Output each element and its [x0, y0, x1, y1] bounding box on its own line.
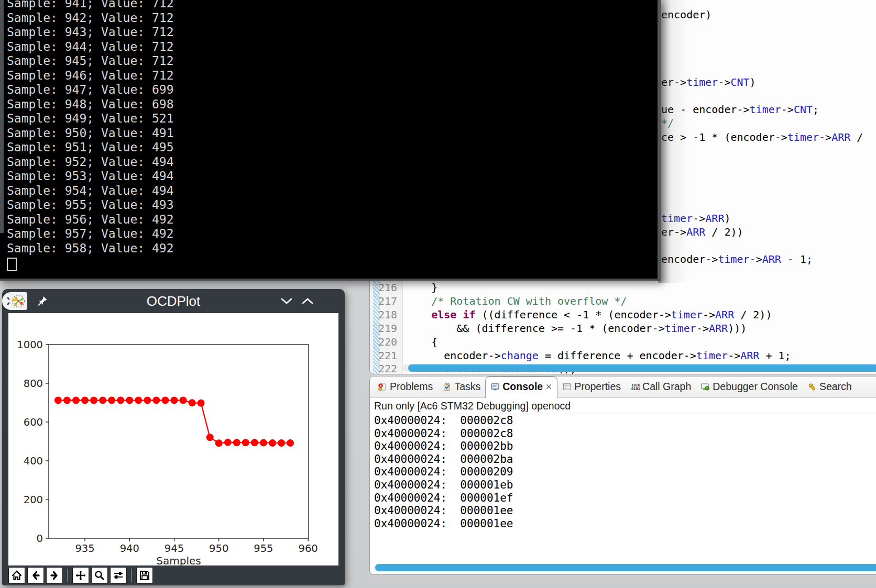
- code-token: /* Rotation CW with overflow */: [406, 295, 627, 307]
- code-token: ))): [728, 322, 747, 335]
- data-point-marker: [233, 439, 240, 446]
- code-token: ARR: [831, 131, 850, 143]
- terminal-line: Sample: 944; Value: 712: [7, 40, 174, 54]
- toolbar-separator: [67, 569, 68, 582]
- terminal-window[interactable]: Sample: 941; Value: 712Sample: 942; Valu…: [0, 0, 661, 281]
- data-point-marker: [99, 397, 106, 404]
- terminal-line: Sample: 947; Value: 699: [7, 83, 174, 97]
- line-number: 217: [370, 294, 397, 308]
- x-tick-label: 955: [254, 542, 273, 554]
- search-icon: [807, 382, 817, 392]
- tab-console[interactable]: Console: [485, 376, 557, 398]
- code-token: ;: [813, 103, 819, 116]
- save-button[interactable]: [136, 567, 153, 584]
- code-token: else: [431, 308, 456, 321]
- data-point-marker: [242, 439, 249, 446]
- console-scrollbar-thumb[interactable]: [375, 564, 876, 571]
- pan-icon: [75, 570, 86, 581]
- x-tick-label: 950: [209, 542, 228, 554]
- code-token: CNT: [730, 76, 749, 88]
- terminal-scrollbar[interactable]: [0, 0, 4, 233]
- data-point-marker: [170, 397, 178, 404]
- editor-scrollbar-thumb[interactable]: [408, 364, 876, 372]
- data-point-marker: [126, 397, 133, 404]
- code-token: = difference + encoder->: [539, 349, 696, 362]
- y-tick-label: 200: [24, 494, 43, 506]
- pan-button[interactable]: [72, 567, 89, 584]
- code-line: else if ((difference < -1 * (encoder->ti…: [406, 308, 772, 321]
- data-point-marker: [189, 399, 196, 406]
- x-tick-label: 945: [165, 542, 184, 554]
- terminal-line: Sample: 943; Value: 712: [7, 25, 174, 40]
- data-point-marker: [108, 397, 115, 404]
- y-tick-label: 0: [37, 532, 43, 545]
- save-icon: [139, 570, 150, 581]
- code-token: {: [406, 336, 437, 348]
- code-token: CNT: [794, 103, 813, 116]
- plot-canvas[interactable]: 93594094595095596002004006008001000Sampl…: [8, 313, 338, 565]
- terminal-line: Sample: 958; Value: 492: [7, 241, 174, 256]
- code-line: && (difference >= -1 * (encoder->timer->…: [406, 321, 747, 335]
- ocdplot-titlebar[interactable]: OCDPlot: [2, 289, 345, 313]
- ocdplot-window: OCDPlot 93594094595095596002004006008001…: [2, 289, 345, 585]
- back-button[interactable]: [27, 567, 44, 584]
- terminal-output: Sample: 941; Value: 712Sample: 942; Valu…: [7, 0, 174, 256]
- tasks-icon: [442, 382, 452, 392]
- code-token: timer: [686, 76, 718, 88]
- x-tick-label: 935: [75, 542, 94, 554]
- zoom-button[interactable]: [91, 567, 108, 584]
- code-fragment: ce > -1 * (encoder->timer->ARR /: [661, 130, 863, 144]
- terminal-line: Sample: 941; Value: 712: [7, 0, 174, 11]
- code-token: [406, 308, 431, 321]
- tab-search[interactable]: Search: [803, 377, 857, 397]
- tab-tasks[interactable]: Tasks: [437, 377, 485, 397]
- y-tick-label: 1000: [17, 339, 43, 351]
- tab-label: Tasks: [454, 381, 480, 393]
- code-token: timer: [787, 131, 819, 143]
- data-point-marker: [224, 439, 232, 446]
- code-token: }: [406, 281, 437, 294]
- console-row: 0x40000024: 000001ee: [374, 517, 513, 530]
- forward-button[interactable]: [46, 567, 63, 584]
- code-token: [456, 308, 463, 321]
- data-point-marker: [180, 397, 187, 404]
- tab-problems[interactable]: Problems: [373, 377, 437, 397]
- data-point-marker: [135, 397, 142, 404]
- console-row: 0x40000024: 000002c8: [374, 414, 513, 427]
- code-token: encoder->: [406, 349, 501, 362]
- console-output[interactable]: 0x40000024: 000002c80x40000024: 000002c8…: [374, 414, 513, 530]
- console-horizontal-scrollbar[interactable]: [374, 564, 876, 571]
- line-number: 218: [370, 308, 397, 321]
- data-point-marker: [251, 439, 258, 446]
- y-tick-label: 800: [24, 378, 43, 390]
- subplots-button[interactable]: [110, 567, 127, 584]
- code-token: ->: [819, 131, 831, 143]
- terminal-line: Sample: 950; Value: 491: [7, 126, 174, 141]
- tab-label: Debugger Console: [713, 381, 798, 393]
- terminal-line: Sample: 942; Value: 712: [7, 11, 174, 26]
- terminal-line: Sample: 956; Value: 492: [7, 213, 174, 227]
- home-button[interactable]: [8, 567, 25, 584]
- tab-label: Console: [502, 381, 543, 393]
- tab-debugger-console[interactable]: Debugger Console: [696, 377, 803, 397]
- chevron-up-icon[interactable]: [300, 294, 315, 308]
- line-number: 222: [370, 362, 397, 374]
- code-token: ->: [693, 212, 705, 225]
- y-tick-label: 400: [24, 455, 43, 467]
- zoom-icon: [94, 570, 105, 581]
- editor-horizontal-scrollbar[interactable]: [402, 364, 876, 372]
- data-point-marker: [269, 439, 276, 447]
- code-token: change: [501, 349, 539, 362]
- line-number: 220: [370, 335, 397, 349]
- terminal-line: Sample: 946; Value: 712: [7, 69, 174, 83]
- data-point-marker: [278, 439, 285, 447]
- code-token: ->: [750, 253, 762, 265]
- line-number: 216: [370, 281, 397, 294]
- data-point-marker: [260, 439, 267, 447]
- tab-call-graph[interactable]: 10100101Call Graph: [626, 377, 696, 397]
- console-tab-close-icon[interactable]: [545, 381, 552, 393]
- code-token: ARR: [740, 349, 759, 362]
- chevron-down-icon[interactable]: [279, 294, 294, 308]
- tab-properties[interactable]: Properties: [557, 377, 626, 397]
- tab-label: Problems: [390, 381, 433, 393]
